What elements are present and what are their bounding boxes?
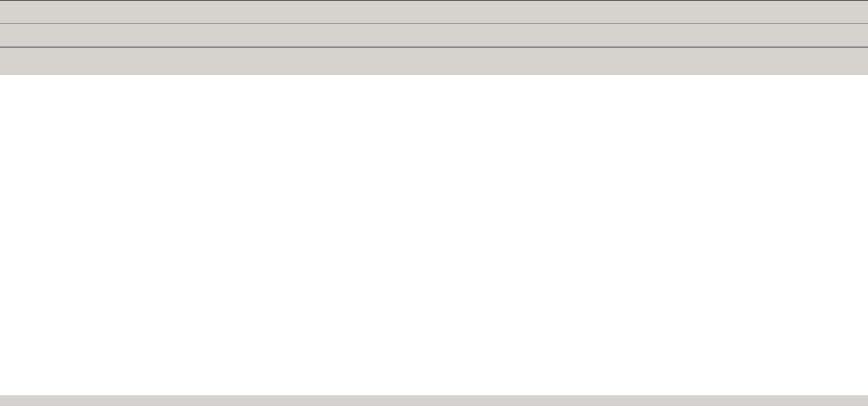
chart-window [0, 0, 868, 406]
main-toolbar [0, 1, 868, 24]
status-bar [0, 394, 868, 406]
chart-area [0, 75, 868, 394]
drawing-toolbar [0, 24, 868, 47]
quote-bar [0, 47, 868, 75]
